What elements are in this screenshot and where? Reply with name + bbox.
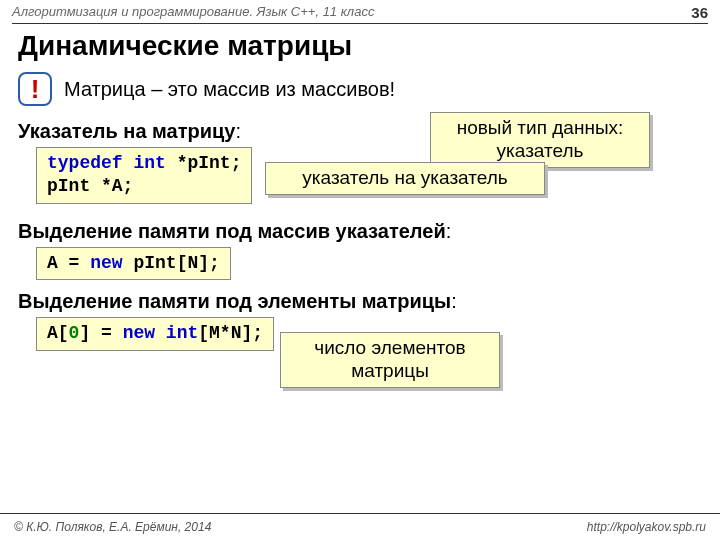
info-text: Матрица – это массив из массивов!	[64, 78, 395, 101]
callout-ptr-to-ptr: указатель на указатель	[265, 162, 545, 195]
footer: © К.Ю. Поляков, Е.А. Ерёмин, 2014 http:/…	[0, 513, 720, 534]
exclamation-icon: !	[18, 72, 52, 106]
page-title: Динамические матрицы	[0, 24, 720, 72]
section-label: Выделение памяти под элементы матрицы:	[18, 290, 702, 313]
section-pointer: Указатель на матрицу: typedef int *pInt;…	[0, 120, 720, 220]
footer-url: http://kpolyakov.spb.ru	[587, 520, 706, 534]
code-block: A = new pInt[N];	[36, 247, 231, 280]
header-subject: Алгоритмизация и программирование. Язык …	[12, 4, 374, 21]
copyright: © К.Ю. Поляков, Е.А. Ерёмин, 2014	[14, 520, 211, 534]
code-block: typedef int *pInt; pInt *A;	[36, 147, 252, 204]
callout-elem-count: число элементов матрицы	[280, 332, 500, 388]
page-number: 36	[691, 4, 708, 21]
code-block: A[0] = new int[M*N];	[36, 317, 274, 350]
section-label: Выделение памяти под массив указателей:	[18, 220, 702, 243]
header: Алгоритмизация и программирование. Язык …	[0, 0, 720, 21]
callout-new-type: новый тип данных: указатель	[430, 112, 650, 168]
section-alloc-array: Выделение памяти под массив указателей: …	[0, 220, 720, 290]
section-alloc-elems: Выделение памяти под элементы матрицы: A…	[0, 290, 720, 410]
